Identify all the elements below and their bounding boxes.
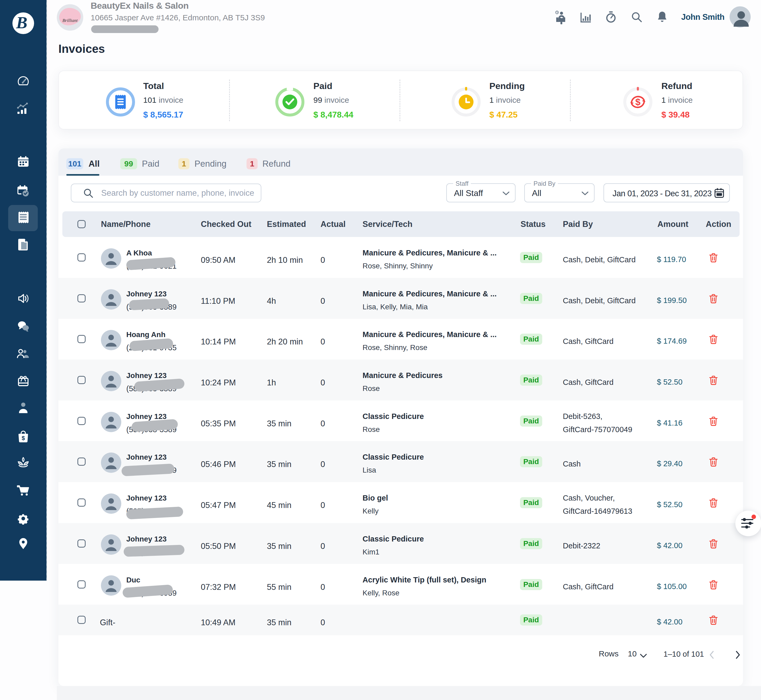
svg-text:$: $: [635, 97, 640, 107]
svg-text:$: $: [22, 435, 25, 441]
